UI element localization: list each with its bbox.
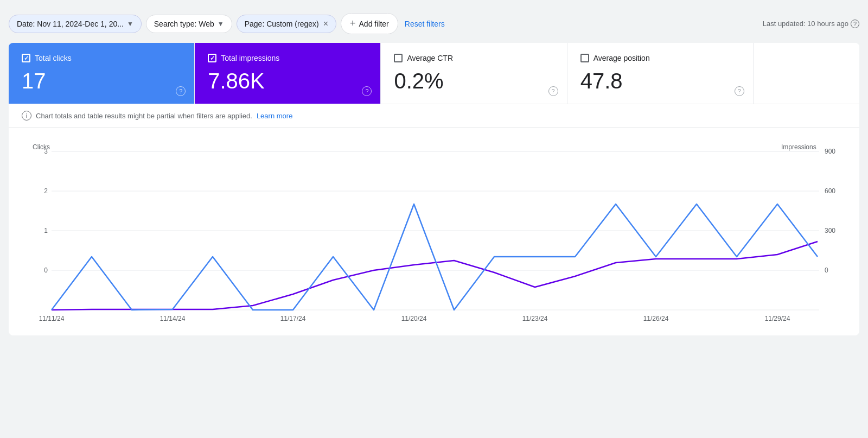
last-updated-help-icon[interactable]: ?	[851, 20, 859, 28]
svg-text:11/23/24: 11/23/24	[522, 315, 548, 322]
metric-header-total-impressions: Total impressions	[208, 54, 367, 62]
metric-card-empty	[754, 43, 859, 104]
average-ctr-label: Average CTR	[407, 54, 453, 62]
average-ctr-checkbox[interactable]	[394, 54, 403, 62]
total-impressions-value: 7.86K	[208, 69, 367, 93]
svg-text:Clicks: Clicks	[33, 143, 50, 151]
total-clicks-help-icon[interactable]: ?	[176, 86, 186, 96]
total-clicks-value: 17	[22, 69, 181, 93]
chart-container: 3 2 1 0 Clicks 900 600 300 0 Impressions	[9, 128, 859, 335]
info-bar-text: Chart totals and table results might be …	[36, 112, 252, 120]
svg-text:11/20/24: 11/20/24	[401, 315, 427, 322]
metric-card-average-ctr[interactable]: Average CTR 0.2% ?	[381, 43, 567, 104]
total-impressions-checkbox[interactable]	[208, 54, 216, 62]
add-filter-label: Add filter	[359, 20, 389, 28]
total-impressions-label: Total impressions	[221, 54, 279, 62]
info-icon: i	[22, 111, 31, 120]
average-position-label: Average position	[593, 54, 650, 62]
total-clicks-checkbox[interactable]	[22, 54, 30, 62]
average-position-checkbox[interactable]	[580, 54, 589, 62]
svg-text:11/29/24: 11/29/24	[765, 315, 790, 322]
date-filter-label: Date: Nov 11, 2024-Dec 1, 20...	[17, 20, 124, 28]
svg-text:600: 600	[825, 187, 835, 195]
info-bar: i Chart totals and table results might b…	[9, 104, 859, 128]
page-filter-button[interactable]: Page: Custom (regex) ×	[237, 15, 336, 33]
search-type-chevron: ▼	[218, 20, 224, 28]
main-container: Date: Nov 11, 2024-Dec 1, 20... ▼ Search…	[0, 0, 868, 438]
last-updated: Last updated: 10 hours ago ?	[763, 20, 859, 28]
svg-text:0: 0	[825, 266, 828, 274]
learn-more-link[interactable]: Learn more	[257, 112, 292, 120]
metric-card-total-impressions[interactable]: Total impressions 7.86K ?	[195, 43, 381, 104]
add-filter-button[interactable]: + Add filter	[341, 13, 398, 34]
average-ctr-help-icon[interactable]: ?	[548, 86, 558, 96]
metric-header-average-ctr: Average CTR	[394, 54, 553, 62]
total-clicks-label: Total clicks	[35, 54, 72, 62]
metric-header-average-position: Average position	[580, 54, 740, 62]
add-filter-plus-icon: +	[350, 18, 356, 29]
average-position-help-icon[interactable]: ?	[735, 86, 744, 96]
average-position-value: 47.8	[580, 69, 740, 93]
reset-filters-button[interactable]: Reset filters	[403, 15, 447, 33]
svg-text:11/17/24: 11/17/24	[280, 315, 306, 322]
metric-header-total-clicks: Total clicks	[22, 54, 181, 62]
total-impressions-help-icon[interactable]: ?	[362, 86, 372, 96]
metrics-row: Total clicks 17 ? Total impressions 7.86…	[9, 43, 859, 104]
svg-text:0: 0	[44, 266, 48, 274]
dashboard-card: Total clicks 17 ? Total impressions 7.86…	[9, 43, 859, 335]
svg-text:900: 900	[825, 148, 835, 155]
chart-svg: 3 2 1 0 Clicks 900 600 300 0 Impressions	[22, 141, 846, 325]
page-filter-label: Page: Custom (regex)	[245, 20, 319, 28]
search-type-filter-label: Search type: Web	[154, 20, 214, 28]
last-updated-text: Last updated: 10 hours ago	[763, 20, 848, 28]
svg-text:11/14/24: 11/14/24	[160, 315, 186, 322]
date-filter-chevron: ▼	[127, 20, 133, 28]
svg-text:Impressions: Impressions	[781, 143, 816, 151]
search-type-filter-button[interactable]: Search type: Web ▼	[146, 15, 232, 33]
svg-text:11/11/24: 11/11/24	[39, 315, 65, 322]
svg-text:11/26/24: 11/26/24	[643, 315, 669, 322]
average-ctr-value: 0.2%	[394, 69, 553, 93]
svg-text:1: 1	[44, 227, 48, 234]
metric-card-total-clicks[interactable]: Total clicks 17 ?	[9, 43, 195, 104]
filter-bar: Date: Nov 11, 2024-Dec 1, 20... ▼ Search…	[9, 9, 859, 43]
page-filter-close-icon[interactable]: ×	[323, 20, 328, 28]
date-filter-button[interactable]: Date: Nov 11, 2024-Dec 1, 20... ▼	[9, 15, 142, 33]
svg-text:300: 300	[825, 227, 835, 234]
metric-card-average-position[interactable]: Average position 47.8 ?	[567, 43, 754, 104]
svg-text:2: 2	[44, 187, 48, 195]
